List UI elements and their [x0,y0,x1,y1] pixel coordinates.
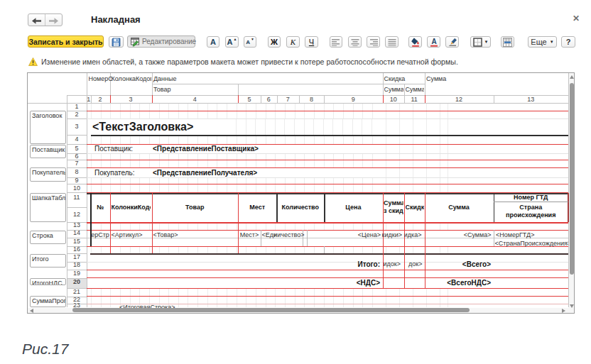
svg-text:A: A [431,38,436,45]
